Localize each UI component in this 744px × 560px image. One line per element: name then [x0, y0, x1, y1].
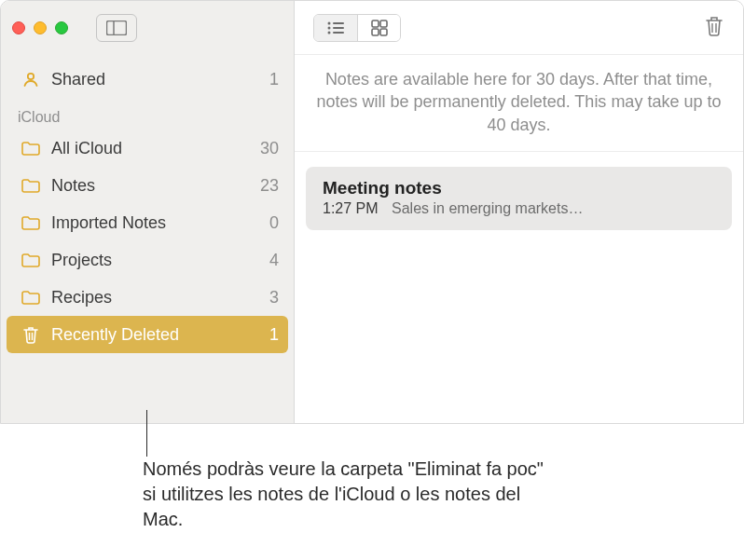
svg-point-5	[328, 21, 331, 24]
delete-button[interactable]	[704, 15, 724, 41]
sidebar-item-label: Notes	[51, 176, 249, 196]
view-mode-toggle	[313, 14, 401, 42]
deletion-info-text: Notes are available here for 30 days. Af…	[295, 55, 743, 152]
sidebar-item-label: All iCloud	[51, 139, 249, 158]
callout-leader-line	[146, 410, 147, 457]
sidebar-section-icloud: iCloud	[1, 98, 294, 130]
sidebar-item-count: 1	[269, 325, 279, 345]
list-view-button[interactable]	[314, 15, 357, 41]
grid-icon	[371, 20, 388, 36]
sidebar-item-projects[interactable]: Projects 4	[1, 241, 294, 279]
folder-icon	[21, 215, 40, 230]
sidebar-item-notes[interactable]: Notes 23	[1, 167, 294, 204]
svg-point-9	[328, 31, 331, 34]
sidebar-list: Shared 1 iCloud All iCloud 30 Notes 23	[1, 55, 294, 353]
app-window: Shared 1 iCloud All iCloud 30 Notes 23	[0, 0, 744, 424]
svg-rect-8	[333, 27, 344, 29]
sidebar-item-count: 4	[269, 251, 279, 270]
note-title: Meeting notes	[323, 178, 715, 198]
svg-rect-12	[380, 20, 387, 27]
close-window-button[interactable]	[12, 21, 25, 34]
callout-text: Només podràs veure la carpeta "Eliminat …	[143, 457, 544, 532]
sidebar-item-label: Imported Notes	[51, 213, 258, 233]
window-controls	[12, 21, 68, 34]
folder-icon	[21, 178, 40, 193]
sidebar-item-recently-deleted[interactable]: Recently Deleted 1	[7, 316, 288, 353]
sidebar-header	[1, 1, 294, 55]
sidebar-item-label: Recipes	[51, 288, 258, 307]
sidebar-item-recipes[interactable]: Recipes 3	[1, 279, 294, 316]
sidebar: Shared 1 iCloud All iCloud 30 Notes 23	[1, 1, 295, 423]
toolbar	[295, 1, 743, 55]
shared-icon	[21, 70, 40, 89]
sidebar-item-all-icloud[interactable]: All iCloud 30	[1, 130, 294, 167]
main-panel: Notes are available here for 30 days. Af…	[295, 1, 743, 423]
grid-view-button[interactable]	[357, 15, 400, 41]
maximize-window-button[interactable]	[55, 21, 68, 34]
folder-icon	[21, 141, 40, 156]
sidebar-item-count: 23	[260, 176, 279, 196]
sidebar-item-imported-notes[interactable]: Imported Notes 0	[1, 204, 294, 241]
sidebar-item-count: 3	[269, 288, 279, 307]
svg-rect-0	[107, 21, 127, 35]
svg-point-2	[28, 74, 34, 79]
sidebar-item-label: Recently Deleted	[51, 325, 258, 345]
svg-rect-6	[333, 22, 344, 24]
svg-rect-13	[372, 29, 379, 35]
sidebar-item-count: 0	[269, 213, 279, 233]
svg-rect-14	[380, 29, 387, 35]
sidebar-item-shared[interactable]: Shared 1	[1, 61, 294, 98]
list-icon	[326, 20, 345, 35]
folder-icon	[21, 253, 40, 267]
toggle-sidebar-button[interactable]	[96, 14, 137, 42]
svg-rect-10	[333, 32, 344, 34]
svg-rect-11	[372, 20, 379, 27]
sidebar-item-label: Projects	[51, 251, 258, 270]
note-time: 1:27 PM	[323, 200, 379, 216]
folder-icon	[21, 290, 40, 305]
sidebar-item-count: 1	[269, 70, 279, 89]
trash-icon	[704, 15, 724, 37]
note-list-item[interactable]: Meeting notes 1:27 PM Sales in emerging …	[306, 167, 732, 230]
trash-icon	[21, 325, 40, 344]
minimize-window-button[interactable]	[34, 21, 47, 34]
sidebar-icon	[106, 20, 127, 35]
note-preview: Sales in emerging markets…	[392, 200, 583, 216]
note-meta: 1:27 PM Sales in emerging markets…	[323, 200, 715, 217]
sidebar-item-count: 30	[260, 139, 279, 158]
sidebar-item-label: Shared	[51, 70, 258, 89]
svg-point-7	[328, 26, 331, 29]
